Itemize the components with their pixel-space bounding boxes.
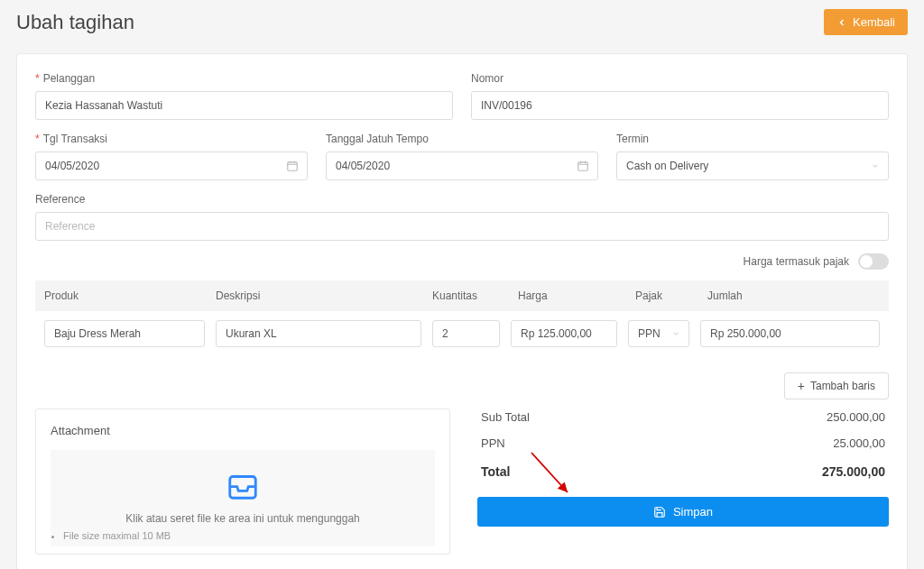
col-desc: Deskripsi <box>216 289 432 302</box>
page-title: Ubah tagihan <box>16 11 134 34</box>
tax-inclusive-toggle[interactable] <box>858 253 889 270</box>
line-items-header: Produk Deskripsi Kuantitas Harga Pajak J… <box>35 280 889 311</box>
row-price-input[interactable] <box>511 320 617 347</box>
col-price: Harga <box>518 289 635 302</box>
subtotal-value: 250.000,00 <box>827 410 885 424</box>
attachment-dropzone[interactable]: Klik atau seret file ke area ini untuk m… <box>51 450 435 546</box>
total-value: 275.000,00 <box>822 464 885 479</box>
col-amount: Jumlah <box>707 289 880 302</box>
due-date-label: Tanggal Jatuh Tempo <box>326 133 598 145</box>
attachment-panel: Attachment Klik atau seret file ke area … <box>35 408 450 555</box>
dropzone-hint: File size maximal 10 MB <box>60 530 426 541</box>
add-row-label: Tambah baris <box>810 380 875 392</box>
customer-label: *Pelanggan <box>35 72 453 85</box>
save-button[interactable]: Simpan <box>477 497 889 527</box>
col-product: Produk <box>44 289 216 302</box>
save-icon <box>653 506 666 519</box>
row-tax-select[interactable] <box>628 320 689 347</box>
col-qty: Kuantitas <box>432 289 518 302</box>
trx-date-label: *Tgl Transaksi <box>35 133 308 145</box>
due-date-input[interactable] <box>326 151 598 180</box>
tax-inclusive-label: Harga termasuk pajak <box>744 255 849 268</box>
inbox-icon <box>226 468 260 502</box>
line-item-row <box>35 311 889 356</box>
dropzone-text: Klik atau seret file ke area ini untuk m… <box>60 512 426 525</box>
row-qty-input[interactable] <box>432 320 500 347</box>
row-amount-input[interactable] <box>700 320 880 347</box>
ppn-label: PPN <box>481 436 505 450</box>
subtotal-label: Sub Total <box>481 410 530 424</box>
reference-input[interactable] <box>35 212 889 241</box>
row-product-input[interactable] <box>44 320 205 347</box>
col-tax: Pajak <box>635 289 707 302</box>
form-card: *Pelanggan Nomor *Tgl Transaksi Tanggal … <box>16 53 908 569</box>
ppn-value: 25.000,00 <box>833 436 885 450</box>
save-button-label: Simpan <box>673 505 713 519</box>
number-label: Nomor <box>471 72 889 85</box>
trx-date-input[interactable] <box>35 151 308 180</box>
number-input[interactable] <box>471 91 889 120</box>
add-row-button[interactable]: + Tambah baris <box>784 372 889 399</box>
term-select[interactable] <box>616 151 889 180</box>
customer-input[interactable] <box>35 91 453 120</box>
row-desc-input[interactable] <box>216 320 421 347</box>
arrow-left-icon <box>836 17 847 28</box>
totals-panel: Sub Total 250.000,00 PPN 25.000,00 Total… <box>477 408 889 555</box>
term-label: Termin <box>616 133 889 145</box>
back-button[interactable]: Kembali <box>824 9 908 35</box>
reference-label: Reference <box>35 193 889 206</box>
attachment-title: Attachment <box>51 424 435 437</box>
plus-icon: + <box>798 380 805 392</box>
total-label: Total <box>481 464 510 479</box>
back-button-label: Kembali <box>853 15 895 29</box>
